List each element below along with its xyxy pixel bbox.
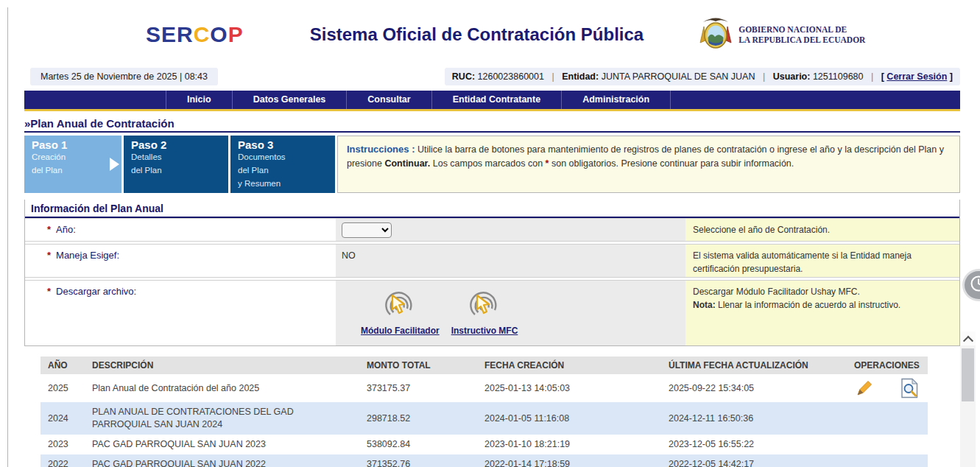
step-line: Creación [32, 151, 116, 164]
plan-info-section: Información del Plan Anual *Año: Selecci… [24, 200, 960, 346]
cell-creacion: 2024-01-05 11:16:08 [477, 402, 661, 435]
cell-creacion: 2025-01-13 14:05:03 [477, 374, 661, 402]
cell-ano: 2025 [40, 374, 85, 402]
instructions-box: Instrucciones : Utilice la barra de boto… [337, 136, 960, 193]
cell-actualizacion: 2024-12-11 16:50:36 [661, 402, 847, 435]
cell-monto: 373175.37 [359, 374, 477, 402]
cell-actualizacion: 2022-12-05 14:42:17 [661, 454, 847, 467]
page-root: SERCOP Sistema Oficial de Contratación P… [0, 0, 980, 467]
nav-item-inicio[interactable]: Inicio [166, 91, 233, 109]
step-line: y Resumen [238, 178, 329, 191]
table-header-row: AÑODESCRIPCIÓNMONTO TOTALFECHA CREACIÓNÚ… [40, 357, 928, 374]
section-title: Información del Plan Anual [25, 200, 959, 218]
datetime-label: Martes 25 de Noviembre de 2025 | 08:43 [30, 68, 218, 85]
scrollbar-thumb[interactable] [962, 348, 974, 401]
entity-label: Entidad: [562, 71, 599, 82]
esigef-hint: El sistema valida automáticamente si la … [685, 245, 959, 277]
cell-operaciones [847, 374, 928, 402]
step-3[interactable]: Paso 3Documentosdel Plany Resumen [230, 136, 335, 193]
view-plan-button[interactable] [900, 378, 919, 398]
step-title: Paso 1 [32, 138, 116, 151]
sercop-logo: SERCOP [146, 22, 244, 47]
step-line: del Plan [32, 164, 116, 178]
esigef-label: *Maneja Esigef: [25, 245, 336, 277]
history-clock-widget[interactable] [962, 269, 980, 301]
nav-item-entidad-contratante[interactable]: Entidad Contratante [432, 91, 562, 109]
step-title: Paso 2 [131, 138, 222, 151]
column-header: ÚLTIMA FECHA ACTUALIZACIÓN [661, 357, 847, 374]
modulo-facilitador-link[interactable]: Módulo Facilitador [361, 326, 440, 336]
app-header: SERCOP Sistema Oficial de Contratación P… [24, 0, 960, 66]
ruc-label: RUC: [452, 71, 475, 82]
cell-monto: 298718.52 [359, 402, 477, 435]
column-header: FECHA CREACIÓN [477, 357, 661, 374]
government-logo: GOBIERNO NACIONAL DE LA REPUBLICA DEL EC… [699, 15, 865, 55]
cell-monto: 538092.84 [359, 435, 477, 454]
cell-actualizacion: 2023-12-05 16:55:22 [661, 435, 847, 454]
plans-table: AÑODESCRIPCIÓNMONTO TOTALFECHA CREACIÓNÚ… [40, 357, 928, 467]
cell-descripcion: PLAN ANUAL DE CONTRATACIONES DEL GAD PAR… [85, 402, 359, 435]
cell-descripcion: PAC GAD PARROQUIAL SAN JUAN 2022 [85, 454, 359, 467]
column-header: AÑO [40, 357, 85, 374]
user-value: 1251109680 [813, 71, 864, 82]
step-line: Detalles [131, 151, 222, 164]
cell-creacion: 2022-01-14 17:18:59 [477, 454, 661, 467]
table-row: 2025Plan Anual de Contratación del año 2… [40, 374, 928, 402]
nav-item-administración[interactable]: Administración [562, 91, 671, 109]
cell-operaciones [847, 435, 928, 454]
table-body: 2025Plan Anual de Contratación del año 2… [40, 374, 928, 467]
nav-bar: InicioDatos GeneralesConsultarEntidad Co… [24, 91, 960, 111]
app-title: Sistema Oficial de Contratación Pública [310, 24, 644, 45]
table-scrollbar[interactable] [960, 331, 976, 467]
cell-descripcion: Plan Anual de Contratación del año 2025 [85, 374, 359, 402]
scroll-up-button[interactable] [960, 331, 976, 345]
step-line: Documentos [238, 151, 329, 164]
clock-icon [969, 274, 980, 296]
form-row-descarga: *Descargar archivo: [25, 280, 959, 345]
logout-link[interactable]: Cerrar Sesión [886, 71, 947, 82]
wizard-section: Paso 1Creacióndel PlanPaso 2Detallesdel … [24, 136, 960, 193]
cell-operaciones [847, 402, 928, 435]
descarga-hint: Descargar Módulo Facilitador Ushay MFC. … [685, 281, 959, 345]
step-1[interactable]: Paso 1Creacióndel Plan [24, 136, 121, 193]
modulo-facilitador-download[interactable]: Módulo Facilitador [361, 288, 440, 336]
user-label: Usuario: [773, 71, 811, 82]
cell-ano: 2022 [40, 454, 85, 467]
nav-item-consultar[interactable]: Consultar [347, 91, 431, 109]
instructivo-mfc-link[interactable]: Instructivo MFC [451, 326, 518, 336]
cell-operaciones [847, 454, 928, 467]
page-left-border [7, 7, 8, 467]
step-2[interactable]: Paso 2Detallesdel Plan [124, 136, 228, 193]
logo-swirl: C [194, 22, 211, 46]
ano-hint: Seleccione el año de Contratación. [685, 219, 959, 241]
download-cursor-icon [383, 288, 417, 324]
table-row: 2023PAC GAD PARROQUIAL SAN JUAN 20235380… [40, 435, 928, 454]
ano-select[interactable] [342, 222, 392, 238]
download-cursor-icon [468, 288, 501, 324]
ruc-value: 1260023860001 [478, 71, 544, 82]
chevron-up-icon [962, 335, 973, 345]
step-line: del Plan [131, 164, 222, 178]
esigef-value: NO [336, 245, 685, 277]
edit-plan-button[interactable] [854, 379, 874, 398]
plans-table-section: AÑODESCRIPCIÓNMONTO TOTALFECHA CREACIÓNÚ… [24, 357, 960, 467]
table-row: 2022PAC GAD PARROQUIAL SAN JUAN 20223713… [40, 454, 928, 467]
session-bar: Martes 25 de Noviembre de 2025 | 08:43 R… [24, 68, 960, 85]
page-title: »Plan Anual de Contratación [24, 117, 960, 133]
instructivo-mfc-download[interactable]: Instructivo MFC [451, 288, 518, 336]
nav-item-datos-generales[interactable]: Datos Generales [233, 91, 348, 109]
government-name: GOBIERNO NACIONAL DE LA REPUBLICA DEL EC… [738, 24, 865, 46]
session-info: RUC: 1260023860001 | Entidad: JUNTA PARR… [445, 68, 960, 85]
descarga-label: *Descargar archivo: [25, 281, 336, 345]
table-row: 2024PLAN ANUAL DE CONTRATACIONES DEL GAD… [40, 402, 928, 435]
entity-value: JUNTA PARROQUIAL DE SAN JUAN [602, 71, 755, 82]
download-links: Módulo Facilitador I [342, 284, 685, 336]
form-row-ano: *Año: Seleccione el año de Contratación. [25, 218, 959, 242]
required-asterisk: * [47, 224, 51, 235]
steps-container: Paso 1Creacióndel PlanPaso 2Detallesdel … [24, 136, 337, 193]
cell-creacion: 2023-01-10 18:21:19 [477, 435, 661, 454]
cell-actualizacion: 2025-09-22 15:34:05 [661, 374, 847, 402]
cell-ano: 2024 [40, 402, 85, 435]
step-line: del Plan [238, 164, 329, 178]
required-asterisk: * [47, 286, 51, 297]
